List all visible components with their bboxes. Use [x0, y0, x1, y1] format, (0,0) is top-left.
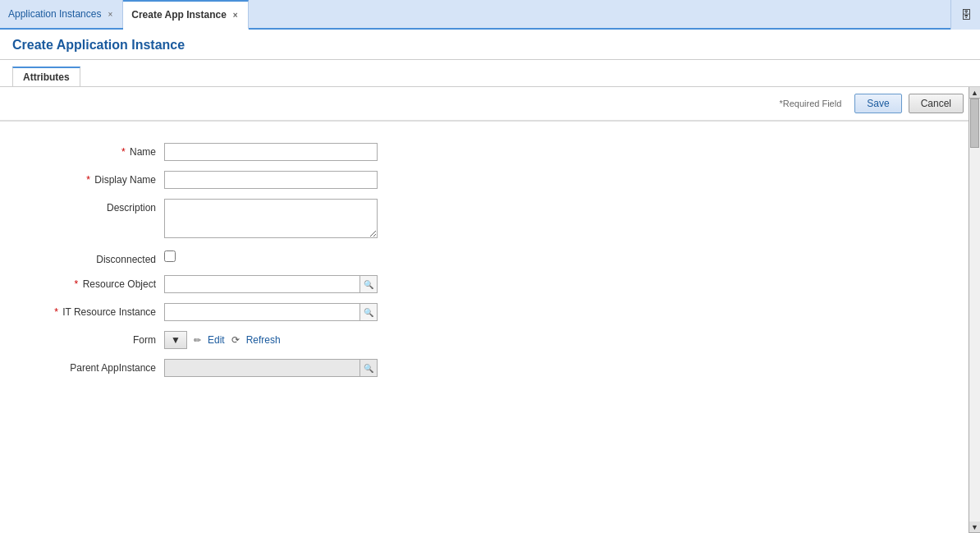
it-resource-instance-input-wrapper: 🔍: [164, 303, 378, 321]
form-row-resource-object: * Resource Object 🔍: [0, 275, 980, 293]
tab-application-instances[interactable]: Application Instances ×: [0, 0, 123, 28]
close-create-app-instance-tab[interactable]: ×: [231, 10, 240, 21]
form-label: Form: [0, 331, 164, 346]
form-row-disconnected: Disconnected: [0, 250, 980, 265]
divider: [0, 121, 980, 122]
description-label-text: Description: [107, 202, 156, 214]
main-content: Create Application Instance Attributes *…: [0, 30, 980, 533]
tab-label-create-app-instance: Create App Instance: [131, 9, 227, 21]
resource-object-required-star: *: [75, 278, 79, 290]
disconnected-checkbox[interactable]: [164, 250, 176, 262]
form-row-description: Description: [0, 199, 980, 241]
tab-attributes-label: Attributes: [23, 71, 70, 83]
form-row-form: Form ▼ ✏ Edit ⟳ Refresh: [0, 331, 980, 349]
resource-object-input[interactable]: [164, 275, 359, 293]
description-label: Description: [0, 199, 164, 214]
resource-object-search-button[interactable]: 🔍: [359, 275, 378, 293]
form-label-text: Form: [133, 334, 156, 346]
save-button[interactable]: Save: [854, 94, 901, 113]
it-resource-instance-search-icon: 🔍: [364, 308, 373, 317]
form-dropdown[interactable]: ▼: [164, 331, 187, 349]
form-actions-row: ▼ ✏ Edit ⟳ Refresh: [164, 331, 281, 349]
form-dropdown-arrow: ▼: [171, 334, 181, 346]
form-row-display-name: * Display Name: [0, 171, 980, 189]
close-application-instances-tab[interactable]: ×: [106, 9, 114, 20]
it-resource-instance-required-star: *: [54, 306, 58, 318]
it-resource-instance-input[interactable]: [164, 303, 359, 321]
scroll-up-button[interactable]: ▲: [969, 87, 980, 99]
name-label: * Name: [0, 143, 164, 158]
parent-appinstance-search-icon: 🔍: [364, 364, 373, 373]
tab-create-app-instance[interactable]: Create App Instance ×: [123, 0, 248, 30]
edit-icon: ✏: [194, 335, 201, 346]
edit-link[interactable]: Edit: [208, 334, 225, 346]
parent-appinstance-label: Parent AppInstance: [0, 359, 164, 374]
name-label-text: Name: [130, 146, 156, 158]
name-input-wrapper: [164, 143, 378, 161]
action-bar: *Required Field Save Cancel: [0, 87, 980, 121]
scroll-down-button[interactable]: ▼: [969, 522, 980, 533]
display-name-label-text: Display Name: [94, 174, 156, 186]
resource-object-input-wrapper: 🔍: [164, 275, 378, 293]
form-row-name: * Name: [0, 143, 980, 161]
disconnected-checkbox-wrapper: [164, 250, 176, 262]
display-name-required-star: *: [86, 174, 90, 186]
database-icon: 🗄: [960, 8, 972, 21]
resource-object-search-icon: 🔍: [364, 280, 373, 289]
it-resource-instance-search-button[interactable]: 🔍: [359, 303, 378, 321]
form-row-parent-appinstance: Parent AppInstance 🔍: [0, 359, 980, 377]
refresh-link[interactable]: Refresh: [246, 334, 281, 346]
scroll-track: [969, 99, 980, 522]
parent-appinstance-search-button[interactable]: 🔍: [359, 359, 378, 377]
cancel-button[interactable]: Cancel: [909, 94, 964, 113]
vertical-scrollbar: ▲ ▼: [969, 87, 980, 533]
name-input[interactable]: [164, 143, 378, 161]
display-name-label: * Display Name: [0, 171, 164, 186]
parent-appinstance-input[interactable]: [164, 359, 359, 377]
it-resource-instance-label-text: IT Resource Instance: [62, 306, 156, 318]
disconnected-label-text: Disconnected: [96, 254, 156, 265]
parent-appinstance-label-text: Parent AppInstance: [70, 362, 156, 374]
name-required-star: *: [121, 146, 126, 158]
page-title: Create Application Instance: [0, 30, 980, 60]
description-input-wrapper: [164, 199, 378, 241]
tab-attributes[interactable]: Attributes: [12, 67, 80, 86]
required-field-label: *Required Field: [779, 99, 841, 108]
form-row-it-resource-instance: * IT Resource Instance 🔍: [0, 303, 980, 321]
refresh-icon: ⟳: [231, 334, 240, 346]
description-textarea[interactable]: [164, 199, 378, 238]
it-resource-instance-label: * IT Resource Instance: [0, 303, 164, 318]
parent-appinstance-input-wrapper: 🔍: [164, 359, 378, 377]
form-wrapper: *Required Field Save Cancel * Name *: [0, 87, 980, 533]
tab-bar: Application Instances × Create App Insta…: [0, 0, 980, 30]
display-name-input[interactable]: [164, 171, 378, 189]
resource-object-label: * Resource Object: [0, 275, 164, 290]
tab-label-application-instances: Application Instances: [8, 8, 101, 20]
resource-object-label-text: Resource Object: [83, 278, 156, 290]
scroll-thumb[interactable]: [970, 99, 979, 148]
form-body: * Name * Display Name: [0, 125, 980, 395]
inner-tab-bar: Attributes: [0, 60, 980, 87]
display-name-input-wrapper: [164, 171, 378, 189]
disconnected-label: Disconnected: [0, 250, 164, 265]
top-right-icon-area: 🗄: [950, 0, 980, 30]
